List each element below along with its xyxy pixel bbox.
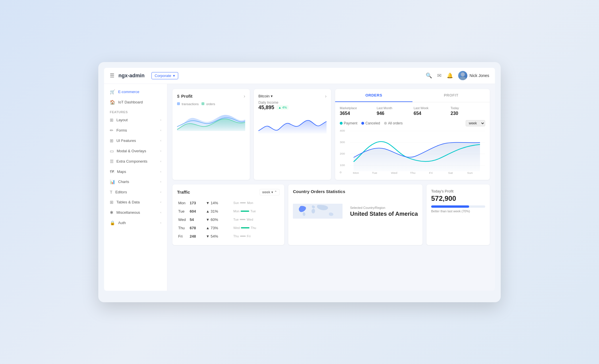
layout-arrow-icon: ‹: [160, 118, 161, 122]
hamburger-icon[interactable]: ☰: [110, 72, 114, 79]
orders-tabs: ORDERS PROFIT: [335, 89, 490, 102]
forms-arrow-icon: ‹: [160, 129, 161, 132]
row1: $ Profit › transactions: [172, 89, 490, 180]
ui-icon: ⊞: [110, 138, 114, 143]
tables-arrow-icon: ‹: [160, 201, 161, 204]
bitcoin-expand-icon[interactable]: ›: [325, 94, 327, 99]
period-select[interactable]: week month: [466, 120, 485, 126]
table-row: Mon 173 ▼ 14% SunMon: [177, 199, 280, 207]
progress-bar: [431, 205, 485, 208]
sidebar-label-misc: Miscellaneous: [116, 210, 140, 215]
map-content: Selected Country/Region United States of…: [293, 197, 418, 227]
misc-arrow-icon: ‹: [160, 211, 161, 214]
sidebar-label-modal: Modal & Overlays: [117, 149, 146, 153]
user-info[interactable]: Nick Jones: [458, 71, 489, 80]
extra-icon: ☰: [110, 159, 114, 164]
maps-icon: 🗺: [110, 169, 114, 174]
stat-marketplace: Marketplace 3654: [340, 106, 375, 116]
sidebar-label-tables: Tables & Data: [116, 200, 140, 204]
sidebar-item-auth[interactable]: 🔒 Auth ‹: [104, 218, 167, 228]
row2: Traffic week ▾ ⌃ Mon 173: [172, 184, 490, 245]
brand-name: ngx-admin: [118, 73, 145, 79]
orders-chart-area: Payment Canceled All orders: [335, 120, 490, 180]
sidebar-item-editors[interactable]: T Editors ‹: [104, 187, 167, 197]
sidebar-item-iot[interactable]: 🏠 IoT Dashboard: [104, 97, 167, 107]
maps-arrow-icon: ‹: [160, 170, 161, 173]
editors-icon: T: [110, 190, 112, 194]
sidebar-label-charts: Charts: [118, 180, 129, 184]
sidebar-item-charts[interactable]: 📊 Charts ‹: [104, 177, 167, 187]
sidebar-label-iot: IoT Dashboard: [118, 100, 143, 104]
table-row: Fri 248 ▼ 54% ThuFri: [177, 232, 280, 240]
sidebar-label-extra: Extra Components: [116, 159, 147, 163]
bell-icon[interactable]: 🔔: [447, 72, 453, 79]
svg-text:300: 300: [340, 140, 345, 143]
sidebar-item-modal[interactable]: ▭ Modal & Overlays ‹: [104, 146, 167, 156]
sidebar-item-ui-features[interactable]: ⊞ UI Features ‹: [104, 136, 167, 146]
orders-panel: ORDERS PROFIT Marketplace 3654 Last Mont…: [335, 89, 490, 180]
legend-orders: orders: [201, 102, 215, 106]
sidebar: 🛒 E-commerce 🏠 IoT Dashboard FEATURES ⊞ …: [104, 84, 167, 291]
ui-arrow-icon: ‹: [160, 139, 161, 142]
screen: ☰ ngx-admin Corporate ▾ 🔍 ✉ 🔔: [104, 68, 495, 291]
map-title: Country Orders Statistics: [293, 189, 418, 194]
today-profit-card: Today's Profit 572,900 Better than last …: [427, 184, 490, 245]
mail-icon[interactable]: ✉: [437, 72, 441, 79]
traffic-period-select[interactable]: week ▾ ⌃: [260, 189, 280, 195]
sidebar-label-auth: Auth: [118, 221, 126, 225]
profit-expand-icon[interactable]: ›: [244, 94, 245, 99]
forms-icon: ✏: [110, 128, 114, 133]
canceled-dot: [361, 122, 364, 125]
svg-text:Sun: Sun: [467, 171, 473, 174]
misc-icon: ✱: [110, 210, 114, 215]
profit-card-title: $ Profit: [177, 94, 193, 99]
auth-arrow-icon: ‹: [160, 221, 161, 224]
traffic-table: Mon 173 ▼ 14% SunMon Tue 604 ▲ 31% MonTu: [177, 199, 280, 240]
bitcoin-selector[interactable]: Bitcoin ▾: [258, 94, 273, 98]
sidebar-item-tables[interactable]: ⊞ Tables & Data ‹: [104, 197, 167, 207]
svg-text:Tue: Tue: [372, 171, 377, 174]
sidebar-item-forms[interactable]: ✏ Forms ‹: [104, 125, 167, 136]
traffic-collapse-icon: ⌃: [274, 190, 277, 194]
payment-dot: [340, 122, 343, 125]
charts-icon: 📊: [110, 179, 115, 184]
table-row: Tue 604 ▲ 31% MonTue: [177, 207, 280, 215]
extra-arrow-icon: ‹: [160, 160, 161, 163]
theme-dropdown[interactable]: Corporate ▾: [151, 72, 178, 79]
sidebar-label-maps: Maps: [117, 170, 126, 174]
iot-icon: 🏠: [110, 100, 115, 105]
sidebar-item-maps[interactable]: 🗺 Maps ‹: [104, 167, 167, 177]
sidebar-label-ui: UI Features: [116, 138, 136, 143]
sidebar-item-layout[interactable]: ⊞ Layout ‹: [104, 115, 167, 125]
profit-card: $ Profit › transactions: [172, 89, 250, 180]
profit-chart: [177, 108, 245, 131]
progress-fill: [431, 205, 469, 208]
sidebar-label-layout: Layout: [116, 118, 128, 122]
daily-income-row: 45,895 ▲ 4%: [258, 105, 327, 111]
legend-all-orders: All orders: [384, 121, 403, 125]
tab-profit[interactable]: PROFIT: [412, 89, 490, 102]
sidebar-label-ecommerce: E-commerce: [118, 90, 139, 94]
country-info: Selected Country/Region United States of…: [347, 206, 418, 217]
map-visual: [293, 197, 343, 227]
sidebar-item-misc[interactable]: ✱ Miscellaneous ‹: [104, 207, 167, 218]
topnav: ☰ ngx-admin Corporate ▾ 🔍 ✉ 🔔: [104, 68, 495, 84]
theme-chevron-icon: ▾: [173, 74, 175, 78]
user-name: Nick Jones: [470, 73, 489, 78]
sidebar-item-extra[interactable]: ☰ Extra Components ‹: [104, 156, 167, 167]
progress-note: Better than last week (70%): [431, 209, 485, 213]
stat-lastmonth: Last Month 946: [377, 106, 412, 116]
bitcoin-card: Bitcoin ▾ › Daily Income 45,895 ▲ 4%: [254, 89, 331, 180]
svg-text:Wed: Wed: [391, 171, 397, 174]
map-card: Country Orders Statistics: [288, 184, 423, 245]
ecommerce-icon: 🛒: [110, 89, 115, 95]
svg-text:Sat: Sat: [448, 171, 453, 174]
table-row: Thu 678 ▲ 73% WedThu: [177, 224, 280, 232]
tab-orders[interactable]: ORDERS: [335, 89, 412, 102]
sidebar-item-ecommerce[interactable]: 🛒 E-commerce: [104, 87, 167, 97]
profit-legend: transactions orders: [177, 102, 245, 106]
svg-text:Mon: Mon: [353, 171, 359, 174]
search-icon[interactable]: 🔍: [426, 72, 432, 79]
svg-point-0: [461, 72, 465, 76]
svg-text:0: 0: [340, 171, 342, 174]
